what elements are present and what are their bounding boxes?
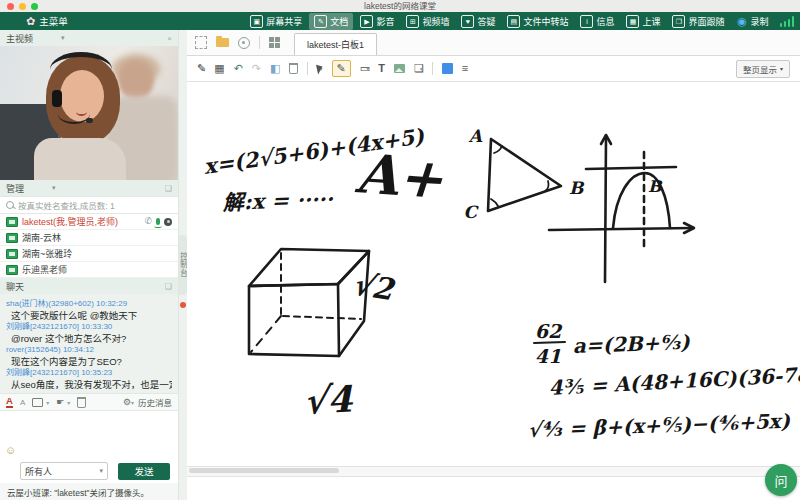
pencil-tool-active[interactable]: ✎ (332, 60, 351, 77)
main-menubar: ✿ 主菜单 ▣ 屏幕共享 ✎ 文档 ▶ 影音 ⊞ 视频墙 ♥ 答疑 (0, 12, 800, 30)
member-search-input[interactable]: 按真实姓名查找,成员数: 1 (0, 196, 178, 214)
menubar-item-class[interactable]: ▦ 上课 (621, 13, 665, 30)
select-tool[interactable]: ▾ (317, 64, 322, 74)
grade-annotation: A+ (353, 141, 445, 211)
drawing-toolbar: ✎▾ ▦ ↶ ↷ ◧ ▾ ✎ ▭▾ T ❏▾ ≡▾ 整页显示▾ (187, 56, 800, 82)
mic-icon[interactable] (156, 218, 160, 225)
redo-button[interactable]: ↷ (252, 63, 261, 74)
font-size-button[interactable]: A (20, 398, 25, 407)
teacher-video-feed[interactable] (0, 46, 178, 180)
member-row-self[interactable]: laketest(我,管理员,老师) ✆ (0, 214, 178, 230)
document-icon: ✎ (314, 15, 327, 28)
menubar-item-info[interactable]: i 信息 (575, 13, 619, 30)
menubar-item-record[interactable]: ◉ 录制 (731, 13, 773, 30)
eraser-tool[interactable]: ◧ (270, 63, 280, 74)
fraction-numerator: 62 (535, 320, 563, 342)
y-axis (605, 137, 606, 282)
online-classroom-window: laketest的网络课堂 ✿ 主菜单 ▣ 屏幕共享 ✎ 文档 ▶ 影音 ⊞ 视… (0, 0, 800, 500)
menu-item-label: 影音 (376, 15, 394, 28)
menu-item-label: 界面跟随 (688, 15, 724, 28)
handwritten-eq2: 解:x = ····· (221, 186, 334, 215)
chat-title: 聊天 (6, 280, 24, 293)
new-page-icon[interactable] (195, 36, 207, 49)
insert-image-tool[interactable] (394, 64, 405, 73)
member-row[interactable]: 乐迪黑老师 (0, 262, 178, 278)
screenshot-button[interactable] (32, 398, 43, 407)
clear-board-button[interactable] (289, 63, 298, 74)
main-video-title: 主视频 (6, 32, 33, 45)
chat-toolbar: A A ▾ ☛▾ ⚙ ▾ 历史消息 (0, 393, 178, 410)
whiteboard-canvas[interactable]: x=(2√5+6)+(4x+5) 解:x = ····· A+ A B C (187, 82, 800, 500)
menubar-item-qa[interactable]: ♥ 答疑 (456, 13, 500, 30)
history-messages-link[interactable]: 历史消息 (138, 396, 172, 408)
member-monitor-icon (6, 265, 18, 275)
shape-tool[interactable]: ▭▾ (360, 63, 369, 74)
close-video-icon[interactable]: × (167, 34, 172, 43)
member-name: 湖南-云林 (22, 231, 61, 244)
board-manage-tool[interactable]: ▦ (214, 63, 224, 74)
font-color-button[interactable]: A (6, 396, 13, 408)
page-grid-icon[interactable] (269, 37, 280, 48)
laser-pen-tool[interactable]: ✎▾ (197, 63, 205, 74)
interface-follow-icon: ❐ (672, 15, 685, 28)
question-fab-button[interactable]: 问 (765, 464, 797, 496)
export-icon[interactable] (238, 37, 250, 49)
file-station-icon: ▤ (507, 15, 520, 28)
menu-item-label: 文档 (330, 15, 348, 28)
chevron-down-icon[interactable]: ▾ (52, 184, 56, 192)
whiteboard-tab[interactable]: laketest-白板1 (294, 33, 377, 55)
clear-chat-button[interactable] (77, 397, 86, 408)
menubar-item-media[interactable]: ▶ 影音 (355, 13, 399, 30)
member-row[interactable]: 湖南-云林 (0, 230, 178, 246)
popout-icon[interactable]: ❏ (165, 282, 172, 291)
member-row[interactable]: 湖南~张雅玲 (0, 246, 178, 262)
sqrt4-annotation: √4 (302, 377, 354, 422)
menubar-item-video-wall[interactable]: ⊞ 视频墙 (401, 13, 454, 30)
main-menu-label: 主菜单 (39, 14, 68, 28)
chat-message-text: @rover 这个地方怎么不对? (6, 332, 172, 343)
send-target-select[interactable]: 所有人 ▾ (20, 462, 108, 480)
callout-tool[interactable]: ❏▾ (414, 63, 423, 74)
screen-share-icon: ▣ (250, 15, 263, 28)
send-button[interactable]: 发送 (118, 463, 170, 480)
chevron-down-icon: ▾ (61, 34, 65, 42)
line-thickness-tool[interactable]: ≡▾ (462, 63, 467, 74)
phone-icon[interactable]: ✆ (144, 217, 152, 226)
color-swatch[interactable] (442, 63, 453, 74)
chat-message-user: sha(进门林)(32980+602) 10:32:29 (6, 298, 172, 308)
menu-item-label: 视频墙 (422, 15, 449, 28)
undo-button[interactable]: ↶ (234, 63, 243, 74)
chat-message-text: 从seo角度，我没有发现不对，也是一定程度 (6, 378, 172, 389)
window-title: laketest的网络课堂 (0, 0, 800, 12)
network-signal-icon (780, 16, 795, 27)
chat-settings-gear-icon[interactable]: ⚙ (123, 397, 131, 407)
webcam-icon[interactable] (164, 218, 172, 226)
chat-input-field[interactable]: ☺ (0, 410, 178, 459)
emoji-icon[interactable]: ☺ (5, 445, 16, 456)
horizontal-line (586, 167, 676, 169)
fit-page-button[interactable]: 整页显示▾ (736, 60, 790, 78)
menu-item-label: 答疑 (477, 15, 495, 28)
scrollbar-thumb[interactable] (189, 468, 339, 473)
control-sidebar: 主视频 ▾ × 管理 ▾ ❏ 按真实姓名查找,成员数: 1 (0, 30, 179, 500)
open-folder-icon[interactable] (216, 38, 229, 47)
hand-raise-button[interactable]: ☛ (56, 397, 64, 407)
info-icon: i (580, 15, 593, 28)
menubar-item-document[interactable]: ✎ 文档 (309, 13, 353, 30)
qa-heart-icon: ♥ (461, 15, 474, 28)
menubar-item-interface-follow[interactable]: ❐ 界面跟随 (667, 13, 729, 30)
member-name: 湖南~张雅玲 (22, 247, 72, 260)
main-menu-button[interactable]: ✿ 主菜单 (26, 14, 68, 28)
chat-message-list[interactable]: sha(进门林)(32980+602) 10:32:29 这个要改版什么呢 @教… (0, 294, 178, 393)
popout-icon[interactable]: ❏ (165, 184, 172, 193)
menubar-item-screen-share[interactable]: ▣ 屏幕共享 (245, 13, 307, 30)
triangle-label-a: A (468, 126, 483, 146)
horizontal-scrollbar[interactable] (187, 466, 800, 477)
menu-item-label: 文件中转站 (523, 15, 568, 28)
text-tool[interactable]: T (378, 63, 385, 74)
menubar-item-file-station[interactable]: ▤ 文件中转站 (502, 13, 573, 30)
menu-item-label: 信息 (596, 15, 614, 28)
classroom-status-message: 云屋小班课: "laketest"关闭了摄像头。 (0, 483, 178, 500)
console-collapse-handle[interactable]: 控制台 (179, 235, 187, 295)
manage-header: 管理 ▾ ❏ (0, 180, 178, 196)
